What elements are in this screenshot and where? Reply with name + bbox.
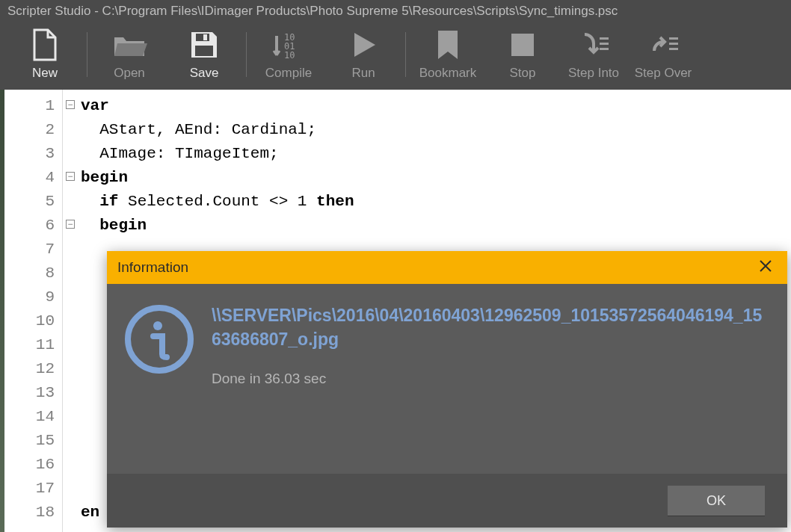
dialog-body: \\SERVER\Pics\2016\04\20160403\12962509_… <box>107 284 787 474</box>
open-button[interactable]: Open <box>92 28 167 81</box>
run-label: Run <box>351 66 375 81</box>
binary-icon: 100110 <box>272 28 305 61</box>
svg-rect-11 <box>669 43 678 45</box>
line-number: 12 <box>4 357 55 381</box>
fold-toggle-icon[interactable]: − <box>66 100 75 109</box>
line-number: 7 <box>4 238 55 262</box>
svg-point-14 <box>153 321 162 330</box>
stop-label: Stop <box>510 66 536 81</box>
code-kw: var <box>81 97 109 114</box>
line-number: 8 <box>4 262 55 285</box>
window-title: Scripter Studio - C:\Program Files\IDima… <box>7 4 618 19</box>
code-frag: Selected.Count <> 1 <box>118 193 316 210</box>
open-label: Open <box>114 66 145 81</box>
line-number: 10 <box>4 309 55 333</box>
bookmark-icon <box>435 28 461 61</box>
stepover-button[interactable]: Step Over <box>627 28 699 81</box>
svg-rect-7 <box>600 37 609 40</box>
svg-rect-10 <box>669 37 678 40</box>
dialog-footer: OK <box>107 474 787 528</box>
stepinto-label: Step Into <box>568 66 619 81</box>
svg-text:10: 10 <box>284 50 295 61</box>
line-number: 4 <box>4 166 55 190</box>
folder-open-icon <box>111 28 147 61</box>
svg-rect-2 <box>195 46 213 56</box>
line-number: 3 <box>4 142 55 166</box>
step-over-icon <box>647 28 680 61</box>
toolbar: New Open Save 100110 Compile Run Bookmar… <box>0 22 791 90</box>
bookmark-button[interactable]: Bookmark <box>410 28 485 81</box>
line-number: 6 <box>4 214 55 238</box>
new-button[interactable]: New <box>7 28 82 81</box>
ok-button[interactable]: OK <box>668 486 765 516</box>
window-titlebar: Scripter Studio - C:\Program Files\IDima… <box>0 0 791 22</box>
information-dialog: Information \\SERVER\Pics\2016\04\201604… <box>107 251 787 528</box>
stepover-label: Step Over <box>635 66 692 81</box>
play-icon <box>348 28 378 61</box>
line-number: 18 <box>4 501 55 525</box>
stepinto-button[interactable]: Step Into <box>560 28 627 81</box>
stop-icon <box>509 28 536 61</box>
fold-toggle-icon[interactable]: − <box>66 220 75 229</box>
svg-rect-1 <box>203 34 207 40</box>
save-label: Save <box>190 66 219 81</box>
line-number: 15 <box>4 429 55 453</box>
line-number: 16 <box>4 453 55 477</box>
code-kw: then <box>316 193 354 210</box>
code-kw: begin <box>81 217 147 234</box>
svg-rect-9 <box>600 48 609 50</box>
code-kw: begin <box>81 169 128 186</box>
svg-rect-0 <box>196 34 209 41</box>
line-number: 2 <box>4 118 55 142</box>
bookmark-label: Bookmark <box>419 66 477 81</box>
close-icon[interactable] <box>754 256 777 279</box>
line-number: 13 <box>4 381 55 405</box>
svg-rect-6 <box>511 34 534 56</box>
line-number: 9 <box>4 285 55 309</box>
save-button[interactable]: Save <box>167 28 241 81</box>
compile-label: Compile <box>265 66 312 81</box>
dialog-path: \\SERVER\Pics\2016\04\20160403\12962509_… <box>212 303 766 351</box>
code-line: AStart, AEnd: Cardinal; <box>81 121 316 138</box>
divider <box>246 32 247 77</box>
code-kw: en <box>81 504 99 521</box>
line-number: 5 <box>4 190 55 214</box>
line-number: 14 <box>4 405 55 429</box>
fold-gutter: − − − <box>63 90 78 532</box>
file-icon <box>30 28 60 61</box>
step-into-icon <box>577 28 610 61</box>
dialog-text: \\SERVER\Pics\2016\04\20160403\12962509_… <box>212 303 766 466</box>
line-number: 17 <box>4 477 55 501</box>
line-number: 11 <box>4 333 55 357</box>
compile-button[interactable]: 100110 Compile <box>251 28 326 81</box>
svg-rect-8 <box>600 43 609 45</box>
run-button[interactable]: Run <box>326 28 401 81</box>
code-line: AImage: TImageItem; <box>81 145 279 162</box>
line-number: 1 <box>4 94 55 118</box>
divider <box>87 32 87 77</box>
stop-button[interactable]: Stop <box>485 28 560 81</box>
fold-toggle-icon[interactable]: − <box>66 172 75 181</box>
dialog-done: Done in 36.03 sec <box>212 371 766 387</box>
line-number-gutter: 1 2 3 4 5 6 7 8 9 10 11 12 13 14 15 16 1… <box>4 90 63 532</box>
dialog-titlebar[interactable]: Information <box>107 251 787 284</box>
divider <box>405 32 406 77</box>
code-kw: if <box>81 193 118 210</box>
dialog-title: Information <box>117 259 188 276</box>
floppy-disk-icon <box>188 28 220 61</box>
info-icon <box>123 303 195 375</box>
svg-rect-12 <box>669 48 678 50</box>
new-label: New <box>32 66 58 81</box>
